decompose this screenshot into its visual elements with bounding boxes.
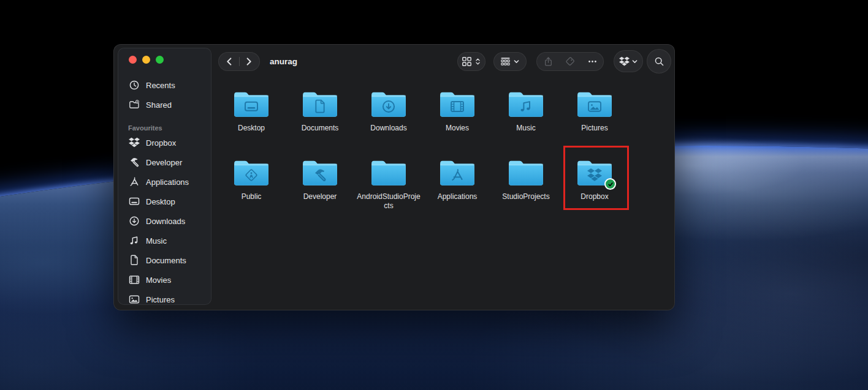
folder-icon	[370, 157, 408, 188]
download-emblem-icon	[381, 99, 397, 114]
file-item-androidstudioprojects[interactable]: AndroidStudioProjects	[354, 157, 423, 211]
file-item-desktop[interactable]: Desktop	[217, 89, 286, 133]
finder-window: Recents Shared Favourites Dropbox Develo…	[113, 44, 675, 310]
music-emblem-icon	[518, 99, 534, 114]
file-item-documents[interactable]: Documents	[286, 89, 354, 133]
file-item-public[interactable]: Public	[217, 157, 286, 201]
file-label: Downloads	[356, 124, 421, 133]
hammer-emblem-icon	[312, 167, 328, 183]
file-label: Documents	[287, 124, 352, 133]
film-emblem-icon	[449, 99, 465, 114]
file-item-studioprojects[interactable]: StudioProjects	[492, 157, 560, 201]
file-item-movies[interactable]: Movies	[423, 89, 492, 133]
display-emblem-icon	[243, 99, 259, 114]
file-label: Pictures	[562, 124, 627, 133]
file-label: Public	[219, 192, 284, 201]
file-item-applications[interactable]: Applications	[423, 157, 492, 201]
public-emblem-icon	[243, 167, 259, 183]
appstore-emblem-icon	[449, 167, 465, 183]
file-label: Developer	[287, 192, 352, 201]
file-item-pictures[interactable]: Pictures	[560, 89, 629, 133]
picture-emblem-icon	[587, 99, 603, 114]
file-item-developer[interactable]: Developer	[286, 157, 354, 201]
file-item-music[interactable]: Music	[492, 89, 560, 133]
highlight-box	[563, 146, 629, 210]
file-label: Movies	[425, 124, 490, 133]
file-item-downloads[interactable]: Downloads	[354, 89, 423, 133]
file-label: Desktop	[219, 124, 284, 133]
file-label: AndroidStudioProjects	[356, 192, 421, 211]
file-grid: Desktop Documents Downloads Movies Music…	[113, 44, 675, 310]
document-emblem-icon	[312, 99, 328, 114]
folder-icon	[507, 157, 545, 188]
file-label: Music	[493, 124, 558, 133]
file-label: StudioProjects	[493, 192, 558, 201]
file-label: Applications	[425, 192, 490, 201]
